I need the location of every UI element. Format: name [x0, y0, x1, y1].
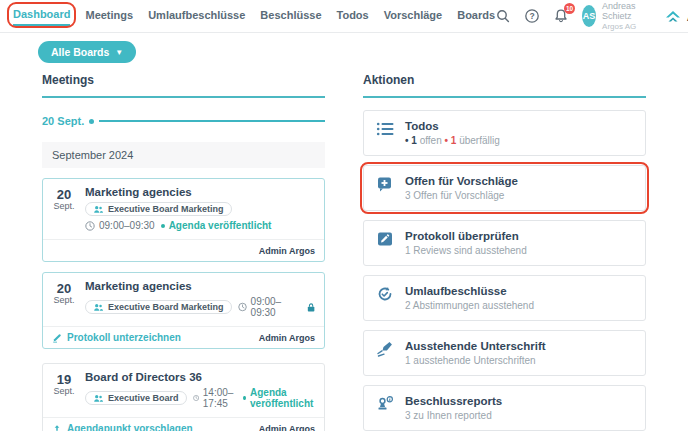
brand-logo[interactable]: Apollo.ai	[663, 8, 688, 24]
top-bar: Dashboard Meetings Umlaufbeschlüsse Besc…	[0, 0, 688, 33]
meeting-date: 20 Sept.	[50, 186, 78, 231]
review-pen-icon	[376, 231, 394, 247]
status-dot	[161, 224, 165, 228]
meeting-title: Board of Directors 36	[85, 371, 315, 383]
action-card-review-protocol[interactable]: Protokoll überprüfen 1 Reviews sind auss…	[363, 220, 646, 266]
action-title: Umlaufbeschlüsse	[405, 285, 534, 297]
proposal-plus-icon	[376, 176, 394, 192]
action-title: Protokoll überprüfen	[405, 230, 527, 242]
meetings-panel: Meetings 20 Sept. September 2024 20 Sept…	[42, 73, 325, 431]
meeting-card[interactable]: 20 Sept. Marketing agencies Executive Bo…	[42, 178, 325, 262]
meeting-date: 20 Sept.	[50, 280, 78, 318]
meeting-card[interactable]: 20 Sept. Marketing agencies Executive Bo…	[42, 272, 325, 349]
propose-agenda-item-action[interactable]: Agendapunkt vorschlagen	[52, 423, 193, 431]
cycle-check-icon	[376, 286, 394, 302]
timeline-line	[99, 120, 325, 122]
user-company: Argos AG	[602, 22, 644, 31]
meeting-date: 19 Sept.	[50, 371, 78, 409]
action-subtitle: 2 Abstimmungen ausstehend	[405, 300, 534, 311]
timeline-dot	[89, 119, 94, 124]
action-title: Ausstehende Unterschrift	[405, 340, 546, 352]
meeting-status: Agenda veröffentlicht	[243, 387, 315, 409]
apollo-logo-icon	[663, 8, 683, 24]
action-card-open-for-proposals[interactable]: Offen für Vorschläge 3 Offen für Vorschl…	[363, 165, 646, 211]
today-timeline-marker: 20 Sept.	[42, 115, 325, 127]
user-name: Andreas Schietz	[602, 1, 644, 22]
action-card-resolution-reports[interactable]: Beschlussreports 3 zu Ihnen reported	[363, 385, 646, 431]
meeting-owner: Admin Argos	[259, 424, 315, 431]
lock-icon	[307, 302, 315, 313]
main-nav: Dashboard Meetings Umlaufbeschlüsse Besc…	[13, 6, 495, 26]
board-chip: Executive Board Marketing	[85, 300, 232, 314]
signature-pen-icon	[376, 341, 394, 357]
user-menu[interactable]: AS Andreas Schietz Argos AG	[582, 1, 644, 31]
nav-item-meetings[interactable]: Meetings	[85, 7, 133, 25]
action-card-pending-signature[interactable]: Ausstehende Unterschrift 1 ausstehende U…	[363, 330, 646, 376]
meeting-time: 09:00–09:30	[85, 220, 155, 231]
clock-icon	[238, 302, 247, 312]
action-card-circular-resolutions[interactable]: Umlaufbeschlüsse 2 Abstimmungen ausstehe…	[363, 275, 646, 321]
timeline-date: 20 Sept.	[42, 115, 84, 127]
stamp-info-icon	[376, 396, 394, 412]
meeting-owner: Admin Argos	[259, 246, 315, 256]
nav-item-beschluesse[interactable]: Beschlüsse	[260, 7, 321, 25]
board-chip: Executive Board Marketing	[85, 202, 232, 216]
meeting-title: Marketing agencies	[85, 186, 315, 198]
avatar: AS	[582, 5, 596, 27]
action-subtitle: • 1 offen • 1 überfällig	[405, 135, 500, 146]
meeting-time: 14:00–17:45	[193, 387, 238, 409]
board-chip: Executive Board	[85, 391, 187, 405]
status-dot	[243, 396, 246, 400]
meeting-title: Marketing agencies	[85, 280, 315, 292]
actions-panel-title: Aktionen	[363, 73, 646, 98]
todo-list-icon	[376, 121, 394, 137]
chevron-down-icon: ▼	[115, 48, 123, 57]
boards-filter-button[interactable]: Alle Boards ▼	[38, 41, 136, 63]
action-subtitle: 3 Offen für Vorschläge	[405, 190, 518, 201]
upload-icon	[52, 424, 62, 431]
sign-protocol-action[interactable]: Protokoll unterzeichnen	[52, 332, 181, 343]
action-subtitle: 1 ausstehende Unterschriften	[405, 355, 546, 366]
help-icon[interactable]: ?	[524, 8, 540, 24]
pen-icon	[52, 333, 62, 343]
meeting-status: Agenda veröffentlicht	[161, 220, 272, 231]
people-icon	[93, 303, 104, 312]
nav-item-umlaufbeschluesse[interactable]: Umlaufbeschlüsse	[148, 7, 245, 25]
nav-item-boards[interactable]: Boards	[457, 7, 495, 25]
people-icon	[93, 394, 104, 403]
action-subtitle: 1 Reviews sind ausstehend	[405, 245, 527, 256]
action-subtitle: 3 zu Ihnen reported	[405, 410, 502, 421]
notifications-bell-icon[interactable]: 10	[553, 8, 569, 24]
search-icon[interactable]	[495, 8, 511, 24]
nav-item-todos[interactable]: Todos	[337, 7, 369, 25]
meeting-card[interactable]: 19 Sept. Board of Directors 36 Executive…	[42, 363, 325, 431]
action-title: Beschlussreports	[405, 395, 502, 407]
notification-count-badge: 10	[564, 3, 575, 14]
people-icon	[93, 205, 104, 214]
nav-item-dashboard[interactable]: Dashboard	[13, 6, 70, 26]
nav-item-vorschlaege[interactable]: Vorschläge	[384, 7, 443, 25]
month-group-header: September 2024	[42, 142, 325, 168]
action-card-todos[interactable]: Todos • 1 offen • 1 überfällig	[363, 110, 646, 156]
clock-icon	[85, 221, 95, 231]
meeting-time: 09:00–09:30	[238, 296, 301, 318]
meeting-owner: Admin Argos	[259, 333, 315, 343]
clock-icon	[193, 393, 199, 403]
meetings-panel-title: Meetings	[42, 73, 325, 98]
boards-filter-label: Alle Boards	[51, 46, 109, 58]
svg-text:?: ?	[530, 11, 535, 21]
action-title: Offen für Vorschläge	[405, 175, 518, 187]
action-title: Todos	[405, 120, 500, 132]
actions-panel: Aktionen Todos • 1 offen • 1 überfällig	[363, 73, 646, 431]
